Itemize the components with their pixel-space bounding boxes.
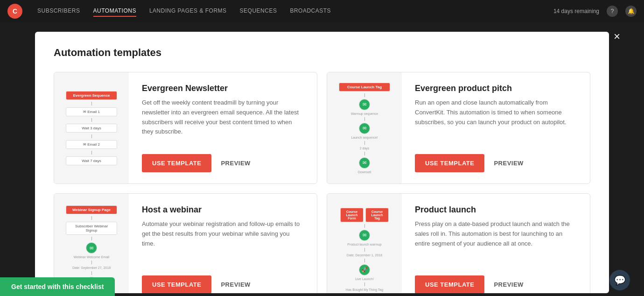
diag-label: Webinar Welcome Email bbox=[74, 255, 109, 259]
diag-connector bbox=[364, 117, 365, 121]
template-name: Evergreen Newsletter bbox=[142, 84, 304, 93]
modal-title: Automation templates bbox=[54, 47, 590, 59]
checklist-label: Get started with this checklist bbox=[11, 283, 104, 290]
templates-grid: Evergreen Sequence ✉ Email 1 Wait 3 days… bbox=[54, 72, 590, 293]
template-actions: USE TEMPLATE PREVIEW bbox=[142, 154, 304, 172]
template-actions: USE TEMPLATE PREVIEW bbox=[415, 154, 577, 172]
diag-connector bbox=[91, 261, 92, 264]
template-description: Press play on a date-based product launc… bbox=[415, 219, 577, 248]
diag-label: 2 days bbox=[360, 147, 370, 150]
use-template-button-product-launch[interactable]: USE TEMPLATE bbox=[415, 275, 484, 293]
nav-right: 14 days remaining ? 🔔 bbox=[553, 6, 637, 17]
diag-label: Date: September 27, 2018 bbox=[72, 266, 111, 269]
diag-node: Evergreen Sequence bbox=[66, 91, 117, 100]
nav-logo[interactable]: C bbox=[7, 4, 22, 19]
diag-connector bbox=[364, 152, 365, 155]
template-preview-evergreen-newsletter: Evergreen Sequence ✉ Email 1 Wait 3 days… bbox=[54, 72, 129, 183]
diag-node: ✉ bbox=[86, 242, 97, 254]
nav-items: SUBSCRIBERS AUTOMATIONS LANDING PAGES & … bbox=[37, 6, 539, 17]
template-content-evergreen-newsletter: Evergreen Newsletter Get off the weekly … bbox=[129, 72, 317, 183]
template-description: Automate your webinar registration and f… bbox=[142, 219, 304, 248]
notifications-button[interactable]: 🔔 bbox=[625, 6, 637, 17]
help-button[interactable]: ? bbox=[607, 6, 618, 17]
chat-button[interactable]: 💬 bbox=[609, 270, 630, 290]
preview-link-evergreen-newsletter[interactable]: PREVIEW bbox=[221, 160, 250, 167]
diag-node: Wait 3 days bbox=[66, 124, 117, 133]
diag-node: ✉ Email 2 bbox=[66, 140, 117, 149]
diag-label: Has Bought My Thing Tag bbox=[346, 288, 383, 291]
trial-text: 14 days remaining bbox=[553, 8, 599, 14]
diag-node: ✉ bbox=[359, 157, 370, 169]
template-card-evergreen-newsletter: Evergreen Sequence ✉ Email 1 Wait 3 days… bbox=[54, 72, 317, 184]
diag-node: Course Launch Tag bbox=[365, 208, 389, 222]
diag-connector bbox=[91, 134, 92, 138]
diag-node: Subscriber Webinar Signup bbox=[66, 222, 117, 235]
template-card-product-launch: Course Launch Form Course Launch Tag ✉ P… bbox=[327, 193, 590, 293]
template-actions: USE TEMPLATE PREVIEW bbox=[415, 275, 577, 293]
template-preview-evergreen-product-pitch: Course Launch Tag ✉ Warmup sequence ✉ La… bbox=[327, 72, 402, 183]
template-content-product-launch: Product launch Press play on a date-base… bbox=[402, 194, 590, 293]
automation-templates-modal: Automation templates Evergreen Sequence … bbox=[35, 32, 609, 293]
nav-landing-pages[interactable]: LANDING PAGES & FORMS bbox=[149, 6, 227, 17]
close-icon: × bbox=[614, 30, 620, 43]
diag-node: ✉ bbox=[359, 123, 370, 134]
template-content-host-webinar: Host a webinar Automate your webinar reg… bbox=[129, 194, 317, 293]
chat-icon: 💬 bbox=[614, 275, 626, 286]
diag-label: Live Launch! bbox=[355, 277, 374, 281]
diag-connector bbox=[91, 271, 92, 275]
nav-sequences[interactable]: SEQUENCES bbox=[240, 6, 277, 17]
diag-connector bbox=[91, 102, 92, 106]
template-content-evergreen-product-pitch: Evergreen product pitch Run an open and … bbox=[402, 72, 590, 183]
template-name: Evergreen product pitch bbox=[415, 84, 577, 93]
logo-text: C bbox=[13, 7, 17, 15]
template-name: Host a webinar bbox=[142, 205, 304, 215]
diag-connector bbox=[364, 282, 365, 286]
diag-connector bbox=[91, 237, 92, 240]
use-template-button-evergreen-newsletter[interactable]: USE TEMPLATE bbox=[142, 154, 211, 172]
template-description: Run an open and close launch automatical… bbox=[415, 98, 577, 127]
diag-connector bbox=[364, 93, 365, 97]
nav-broadcasts[interactable]: BROADCASTS bbox=[290, 6, 331, 17]
template-preview-product-launch: Course Launch Form Course Launch Tag ✉ P… bbox=[327, 194, 402, 293]
diag-connector bbox=[91, 216, 92, 220]
use-template-button-evergreen-product-pitch[interactable]: USE TEMPLATE bbox=[415, 154, 484, 172]
diag-connector bbox=[364, 224, 365, 228]
use-template-button-host-webinar[interactable]: USE TEMPLATE bbox=[142, 275, 211, 293]
diag-node: 🚀 bbox=[359, 264, 370, 275]
diag-node: Course Launch Tag bbox=[339, 83, 390, 92]
diag-connector bbox=[91, 151, 92, 155]
diag-node: ✉ bbox=[359, 230, 370, 241]
diag-connector bbox=[364, 248, 365, 252]
top-nav: C SUBSCRIBERS AUTOMATIONS LANDING PAGES … bbox=[0, 0, 644, 22]
diag-node: ✉ bbox=[359, 99, 370, 110]
diag-connector bbox=[364, 259, 365, 262]
diag-connector bbox=[91, 118, 92, 122]
checklist-bar[interactable]: Get started with this checklist bbox=[0, 277, 115, 296]
template-card-evergreen-product-pitch: Course Launch Tag ✉ Warmup sequence ✉ La… bbox=[327, 72, 590, 184]
template-name: Product launch bbox=[415, 205, 577, 215]
diag-node: Course Launch Form bbox=[340, 208, 364, 222]
diag-label: Date: December 1, 2018 bbox=[347, 254, 382, 257]
nav-subscribers[interactable]: SUBSCRIBERS bbox=[37, 6, 80, 17]
diag-node: ✉ Email 1 bbox=[66, 107, 117, 116]
preview-link-product-launch[interactable]: PREVIEW bbox=[494, 281, 523, 288]
nav-automations[interactable]: AUTOMATIONS bbox=[93, 6, 136, 17]
diag-label: Warmup sequence bbox=[351, 112, 378, 115]
template-description: Get off the weekly content treadmill by … bbox=[142, 98, 304, 137]
preview-link-evergreen-product-pitch[interactable]: PREVIEW bbox=[494, 160, 523, 167]
diag-label: Downsell bbox=[358, 170, 371, 174]
close-modal-button[interactable]: × bbox=[609, 28, 625, 45]
diag-node: Wait 7 days bbox=[66, 156, 117, 165]
template-actions: USE TEMPLATE PREVIEW bbox=[142, 275, 304, 293]
preview-link-host-webinar[interactable]: PREVIEW bbox=[221, 281, 250, 288]
diag-label: Product launch warmup bbox=[347, 243, 382, 246]
diag-connector bbox=[364, 141, 365, 145]
modal-overlay: Automation templates Evergreen Sequence … bbox=[0, 22, 644, 296]
diag-node: Webinar Signup Page bbox=[66, 205, 117, 214]
diag-label: Launch sequence! bbox=[351, 136, 378, 139]
